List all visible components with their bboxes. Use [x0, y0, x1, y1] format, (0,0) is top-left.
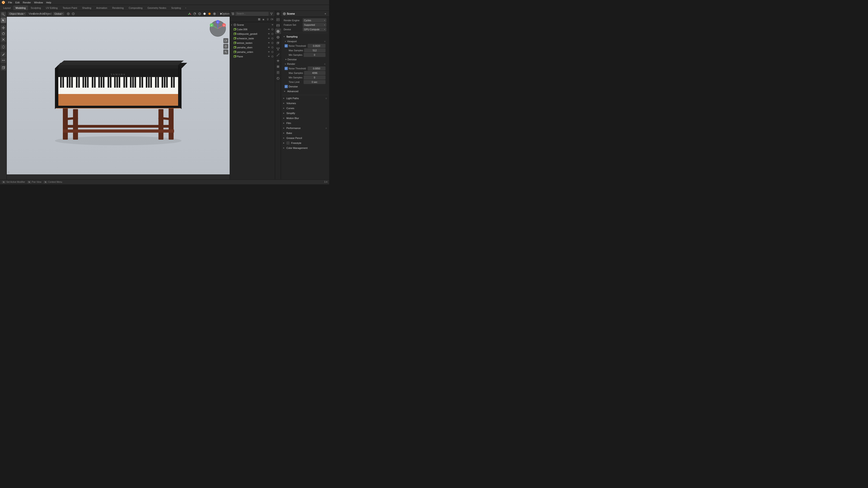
volumes-section[interactable]: ▶ Volumes — [281, 101, 329, 106]
xray-toggle[interactable] — [197, 11, 202, 16]
snap-toggle[interactable] — [66, 11, 70, 16]
vis-btn-6[interactable]: 👁 — [267, 51, 270, 54]
render-btn-7[interactable] — [271, 55, 274, 58]
tab-output[interactable] — [275, 17, 281, 23]
tab-sculpting[interactable]: Sculpting — [29, 5, 43, 10]
viewport-options[interactable]: Options — [224, 11, 228, 16]
viewport-max-samples-value[interactable]: 512 — [304, 48, 326, 53]
menu-window[interactable]: Window — [33, 1, 44, 4]
bake-section[interactable]: ▶ Bake — [281, 131, 329, 135]
outliner-item-scene[interactable]: ▼ Scene 👁 — [230, 23, 275, 27]
sampling-header[interactable]: ▼ Sampling — [283, 34, 327, 39]
render-max-samples-value[interactable]: 4096 — [304, 71, 326, 75]
tab-modifiers[interactable] — [275, 46, 281, 52]
tab-scripting[interactable]: Scripting — [169, 5, 183, 10]
filter-meshes[interactable]: ▣ — [261, 18, 266, 22]
scene-props-options[interactable] — [323, 12, 327, 16]
menu-edit[interactable]: Edit — [14, 1, 21, 4]
tool-cursor[interactable] — [1, 18, 6, 23]
tool-measure[interactable] — [1, 58, 6, 63]
advanced-section-item[interactable]: ▶ Advanced — [284, 89, 327, 94]
render-btn-6[interactable] — [271, 51, 274, 54]
rendered-view[interactable] — [212, 11, 217, 16]
tab-modeling[interactable]: Modeling — [13, 5, 28, 10]
tab-world[interactable] — [275, 34, 281, 40]
outliner-render-btn[interactable] — [271, 28, 274, 31]
viewport-min-samples-value[interactable]: 0 — [304, 53, 326, 57]
film-section[interactable]: ▶ Film — [281, 121, 329, 126]
curves-section[interactable]: ▶ Curves — [281, 106, 329, 111]
list-item[interactable]: schwarze_taste 👁 — [230, 36, 275, 41]
grease-pencil-section[interactable]: ▶ Grease Pencil — [281, 135, 329, 140]
viewport-overlays[interactable] — [192, 11, 197, 16]
menu-render[interactable]: Render — [22, 1, 32, 4]
render-engine-dropdown[interactable]: Cycles ▾ — [303, 18, 327, 22]
list-item[interactable]: yamaha_unten 👁 — [230, 50, 275, 54]
light-paths-section[interactable]: ▶ Light Paths ≡ — [281, 96, 329, 101]
menu-help[interactable]: Help — [45, 1, 53, 4]
device-dropdown[interactable]: GPU Compute ▾ — [303, 27, 327, 31]
tab-compositing[interactable]: Compositing — [126, 5, 145, 10]
material-preview[interactable] — [207, 11, 212, 16]
list-item[interactable]: yamaha_oben 👁 — [230, 45, 275, 50]
zoom-button[interactable] — [223, 50, 228, 55]
render-sub-menu[interactable]: ≡ — [324, 63, 326, 65]
solid-shading[interactable] — [202, 11, 207, 16]
tool-move[interactable] — [1, 25, 6, 31]
list-item[interactable]: Cube.006 👁 — [230, 27, 275, 32]
tab-uv-editing[interactable]: UV Editing — [43, 5, 60, 10]
render-subsection-header[interactable]: ▼ Render ≡ — [284, 62, 327, 66]
tool-transform[interactable] — [1, 44, 6, 50]
viewport-subsection-header[interactable]: ▼ Viewport ≡ — [284, 39, 327, 43]
tab-shading[interactable]: Shading — [80, 5, 93, 10]
filter-lights[interactable] — [266, 18, 270, 22]
render-btn-3[interactable] — [271, 37, 274, 40]
render-denoise-checkbox[interactable] — [285, 85, 288, 88]
viewport-noise-value[interactable]: 0.0020 — [308, 44, 326, 48]
filter-cameras[interactable] — [270, 18, 274, 22]
motion-blur-section[interactable]: ▶ Motion Blur — [281, 116, 329, 121]
viewport-noise-checkbox[interactable] — [285, 44, 288, 47]
freestyle-section[interactable]: ▶ Freestyle — [281, 140, 329, 145]
tab-data[interactable] — [275, 70, 281, 75]
outliner-filter-btn[interactable] — [270, 12, 274, 16]
tab-texture-paint[interactable]: Texture Paint — [60, 5, 79, 10]
vis-btn-3[interactable]: 👁 — [267, 37, 270, 40]
performance-section[interactable]: ▶ Performance ≡ — [281, 126, 329, 131]
render-btn-5[interactable] — [271, 46, 274, 49]
freestyle-checkbox[interactable] — [286, 141, 289, 144]
simplify-section[interactable]: ▶ Simplify — [281, 111, 329, 116]
blender-logo-icon[interactable] — [1, 0, 5, 4]
tool-scale[interactable] — [1, 37, 6, 42]
list-item[interactable]: weisse_tasten 👁 — [230, 41, 275, 45]
performance-menu[interactable]: ≡ — [326, 127, 327, 129]
render-noise-checkbox[interactable] — [285, 67, 288, 70]
object-menu[interactable]: Object — [45, 11, 50, 16]
tab-scene[interactable] — [275, 29, 281, 34]
camera-view-btn[interactable] — [223, 38, 228, 43]
tool-annotate[interactable] — [1, 52, 6, 57]
vis-btn-5[interactable]: 👁 — [267, 46, 270, 49]
outliner-search[interactable] — [235, 12, 269, 16]
navigation-gizmo[interactable]: X Y Z — [209, 20, 226, 37]
viewport-sub-menu[interactable]: ≡ — [324, 40, 326, 43]
outliner-vis-btn[interactable]: 👁 — [267, 28, 270, 31]
viewport-gizmos[interactable] — [187, 11, 192, 16]
scene-vis-btn[interactable]: 👁 — [271, 23, 274, 26]
object-mode-dropdown[interactable]: Object Mode ▾ — [8, 12, 26, 15]
tab-layout[interactable]: Layout — [1, 5, 13, 10]
render-time-limit-value[interactable]: 0 sec — [304, 80, 326, 84]
tab-rendering[interactable]: Rendering — [110, 5, 126, 10]
tab-constraints[interactable] — [275, 64, 281, 70]
select-menu[interactable]: Select — [35, 11, 39, 16]
color-management-section[interactable]: ▶ Color Management — [281, 145, 329, 151]
tab-physics[interactable] — [275, 58, 281, 64]
tab-render[interactable] — [275, 11, 281, 17]
viewport-canvas[interactable]: /* keys drawn below */ — [7, 17, 230, 174]
list-item[interactable]: Plane 👁 — [230, 54, 275, 59]
vis-btn-7[interactable]: 👁 — [267, 55, 270, 58]
menu-file[interactable]: File — [7, 1, 13, 4]
tab-view-layer[interactable] — [275, 23, 281, 29]
render-btn-2[interactable] — [271, 32, 274, 35]
render-noise-value[interactable]: 0.0050 — [308, 66, 326, 70]
